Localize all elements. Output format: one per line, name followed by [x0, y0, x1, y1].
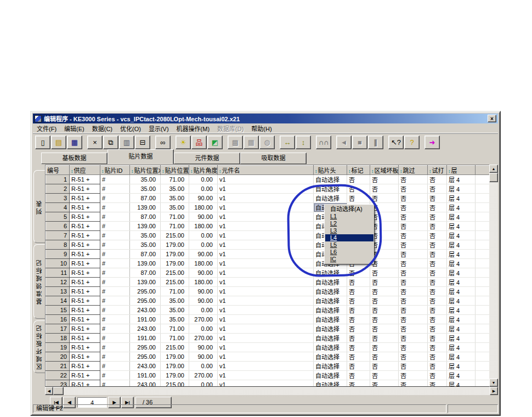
- cell-chip-id[interactable]: #: [100, 324, 130, 334]
- cell-pos-y[interactable]: 179.00: [161, 259, 189, 268]
- cell-region-badboard[interactable]: 否: [370, 324, 399, 334]
- cell-mark[interactable]: 否: [347, 362, 370, 371]
- cell-skip[interactable]: 否: [399, 362, 428, 371]
- cell-trial[interactable]: 否: [428, 259, 447, 268]
- cell-supply[interactable]: R-51 +: [70, 287, 100, 296]
- menu-option-l2[interactable]: L2: [325, 220, 373, 227]
- cell-supply[interactable]: R-51 +: [70, 222, 100, 231]
- cell-chip-id[interactable]: #: [100, 371, 130, 380]
- cell-pos-x[interactable]: 87.00: [130, 250, 161, 259]
- cell-filler[interactable]: [476, 259, 490, 268]
- cell-supply[interactable]: R-51 +: [70, 184, 100, 194]
- cell-trial[interactable]: 否: [428, 250, 447, 259]
- cell-trial[interactable]: 否: [428, 334, 447, 343]
- cell-part-name[interactable]: v1: [218, 296, 314, 306]
- menu-item-file[interactable]: 文件(F): [33, 123, 60, 133]
- cell-supply[interactable]: R-51 +: [70, 343, 100, 352]
- cell-part-name[interactable]: v1: [218, 380, 314, 387]
- cell-layer[interactable]: 层 4: [447, 352, 476, 362]
- cell-trial[interactable]: 否: [428, 184, 447, 194]
- cell-region-badboard[interactable]: 否: [370, 268, 399, 278]
- column-header-part-name[interactable]: ↕元件名: [218, 166, 314, 175]
- menu-option-ic[interactable]: IC: [325, 256, 373, 263]
- cell-trial[interactable]: 否: [428, 352, 447, 362]
- cell-chip-id[interactable]: #: [100, 212, 130, 222]
- cell-angle[interactable]: 270.00: [189, 371, 218, 380]
- cell-angle[interactable]: 90.00: [189, 287, 218, 296]
- menu-option-l6[interactable]: L6: [325, 249, 373, 256]
- cell-angle[interactable]: 180.00: [189, 259, 218, 268]
- cell-trial[interactable]: 否: [428, 222, 447, 231]
- cell-trial[interactable]: 否: [428, 324, 447, 334]
- cell-part-name[interactable]: v1: [218, 287, 314, 296]
- cell-pos-y[interactable]: 71.00: [161, 222, 189, 231]
- cell-no[interactable]: 10: [46, 259, 70, 268]
- cell-pos-y[interactable]: 179.00: [161, 250, 189, 259]
- close-button[interactable]: ×: [488, 115, 496, 122]
- cell-filler[interactable]: [476, 250, 490, 259]
- cell-layer[interactable]: 层 4: [447, 240, 476, 250]
- cell-angle[interactable]: 0.00: [189, 231, 218, 240]
- cell-skip[interactable]: 否: [399, 231, 428, 240]
- scroll-right-icon[interactable]: ▶: [490, 387, 498, 395]
- cell-chip-id[interactable]: #: [100, 380, 130, 387]
- cell-skip[interactable]: 否: [399, 184, 428, 194]
- cell-layer[interactable]: 层 4: [447, 315, 476, 324]
- column-header-supply[interactable]: ↕供应: [70, 166, 100, 175]
- cell-trial[interactable]: 否: [428, 212, 447, 222]
- menu-option-l4[interactable]: L4: [325, 234, 373, 241]
- column-header-chip-id[interactable]: ↕贴片ID: [100, 166, 130, 175]
- tab-placement-data[interactable]: 贴片数据: [107, 149, 174, 164]
- column-header-layer[interactable]: ↕层: [447, 166, 476, 175]
- cell-mark[interactable]: 否: [347, 278, 370, 287]
- cell-part-name[interactable]: v1: [218, 315, 314, 324]
- cell-part-name[interactable]: v1: [218, 371, 314, 380]
- cell-region-badboard[interactable]: 否: [370, 278, 399, 287]
- cell-supply[interactable]: R-51 +: [70, 259, 100, 268]
- cell-skip[interactable]: 否: [399, 194, 428, 203]
- cell-skip[interactable]: 否: [399, 212, 428, 222]
- cell-no[interactable]: 19: [46, 343, 70, 352]
- find-button[interactable]: ∞: [155, 136, 171, 149]
- cell-region-badboard[interactable]: 否: [370, 296, 399, 306]
- cell-angle[interactable]: 270.00: [189, 334, 218, 343]
- cell-part-name[interactable]: v1: [218, 240, 314, 250]
- cell-layer[interactable]: 层 4: [447, 334, 476, 343]
- cell-region-badboard[interactable]: 否: [370, 175, 399, 184]
- cell-layer[interactable]: 层 4: [447, 380, 476, 387]
- cell-no[interactable]: 20: [46, 352, 70, 362]
- cell-skip[interactable]: 否: [399, 240, 428, 250]
- cell-pos-x[interactable]: 139.00: [130, 259, 161, 268]
- cell-layer[interactable]: 层 4: [447, 324, 476, 334]
- cell-filler[interactable]: [476, 287, 490, 296]
- cell-part-name[interactable]: v1: [218, 222, 314, 231]
- cell-head[interactable]: 自动选择: [314, 371, 347, 380]
- column-header-no[interactable]: 编号: [46, 166, 70, 175]
- cell-chip-id[interactable]: #: [100, 306, 130, 315]
- cell-angle[interactable]: 180.00: [189, 278, 218, 287]
- cell-no[interactable]: 15: [46, 306, 70, 315]
- cell-filler[interactable]: [476, 315, 490, 324]
- cell-pos-y[interactable]: 215.00: [161, 343, 189, 352]
- cell-angle[interactable]: 90.00: [189, 343, 218, 352]
- cell-pos-x[interactable]: 139.00: [130, 278, 161, 287]
- cell-chip-id[interactable]: #: [100, 259, 130, 268]
- cell-skip[interactable]: 否: [399, 371, 428, 380]
- cell-supply[interactable]: R-51 +: [70, 380, 100, 387]
- cell-angle[interactable]: 0.00: [189, 362, 218, 371]
- column-header-skip[interactable]: ↕跳过: [399, 166, 428, 175]
- open-file-button[interactable]: ▤: [51, 136, 66, 149]
- cell-pos-x[interactable]: 243.00: [130, 306, 161, 315]
- cell-head[interactable]: 自动选择: [314, 362, 347, 371]
- side-tab-list[interactable]: 列表: [33, 170, 45, 243]
- cell-region-badboard[interactable]: 否: [370, 371, 399, 380]
- cell-supply[interactable]: R-51 +: [70, 352, 100, 362]
- cell-supply[interactable]: R-51 +: [70, 371, 100, 380]
- cell-chip-id[interactable]: #: [100, 296, 130, 306]
- cell-pos-x[interactable]: 295.00: [130, 296, 161, 306]
- cell-pos-y[interactable]: 215.00: [161, 278, 189, 287]
- cell-skip[interactable]: 否: [399, 222, 428, 231]
- cell-chip-id[interactable]: #: [100, 352, 130, 362]
- cell-head[interactable]: 自动选择: [314, 380, 347, 387]
- cell-mark[interactable]: 否: [347, 296, 370, 306]
